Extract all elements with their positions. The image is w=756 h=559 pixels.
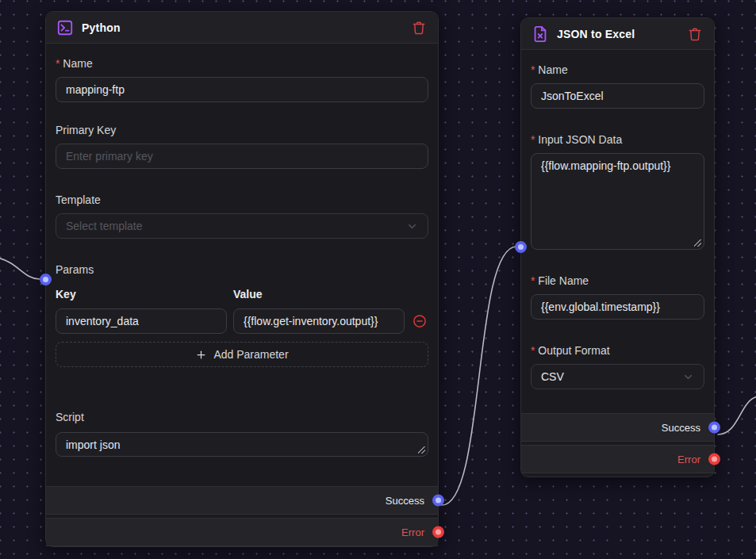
success-output-label: Success xyxy=(662,422,700,434)
trash-icon xyxy=(688,27,702,41)
python-input-handle[interactable] xyxy=(40,274,52,285)
params-value-header: Value xyxy=(233,288,405,301)
file-x-icon xyxy=(532,25,549,43)
name-input[interactable] xyxy=(56,77,428,102)
success-output-label: Success xyxy=(386,495,424,507)
name-field-label: Name xyxy=(56,56,428,71)
chevron-down-icon xyxy=(682,371,694,383)
minus-circle-icon xyxy=(413,314,427,328)
name-field-label: Name xyxy=(531,63,704,77)
name-input[interactable] xyxy=(531,83,704,109)
workflow-canvas[interactable]: Python Name Primary Key Template xyxy=(0,0,756,559)
trash-icon xyxy=(412,21,426,35)
plus-icon xyxy=(195,349,207,361)
error-output-label: Error xyxy=(401,526,424,538)
node-python-header[interactable]: Python xyxy=(46,12,438,44)
node-title: JSON to Excel xyxy=(557,28,678,40)
jsontoexcel-success-output-row: Success xyxy=(521,413,714,442)
jsontoexcel-error-output-row: Error xyxy=(521,445,714,473)
delete-node-button[interactable] xyxy=(686,25,704,43)
params-key-header: Key xyxy=(56,288,227,301)
script-textarea[interactable]: import json xyxy=(56,432,428,457)
script-field-label: Script xyxy=(56,410,428,424)
python-success-output-row: Success xyxy=(46,486,438,515)
edge-python-success-to-jsontoexcel[interactable] xyxy=(442,247,516,505)
terminal-icon xyxy=(56,19,74,36)
template-select-value: Select template xyxy=(66,220,143,232)
node-python[interactable]: Python Name Primary Key Template xyxy=(45,11,439,547)
python-error-handle[interactable] xyxy=(432,526,444,538)
param-value-input[interactable] xyxy=(233,308,405,334)
output-format-select[interactable]: CSV xyxy=(531,364,704,389)
jsontoexcel-input-handle[interactable] xyxy=(515,241,527,253)
param-key-input[interactable] xyxy=(56,308,227,334)
input-json-field-label: Input JSON Data xyxy=(531,132,704,147)
node-json-to-excel-header[interactable]: JSON to Excel xyxy=(521,18,714,50)
remove-parameter-button[interactable] xyxy=(413,314,427,328)
chevron-down-icon xyxy=(406,220,418,232)
template-select[interactable]: Select template xyxy=(56,213,428,239)
input-json-textarea[interactable]: {{flow.mapping-ftp.output}} xyxy=(531,153,704,250)
jsontoexcel-error-handle[interactable] xyxy=(708,454,720,465)
params-section: Params Key Value xyxy=(56,262,428,367)
jsontoexcel-success-handle[interactable] xyxy=(708,422,720,434)
error-output-label: Error xyxy=(677,454,700,465)
add-parameter-button[interactable]: Add Parameter xyxy=(56,342,428,367)
output-format-field-label: Output Format xyxy=(531,343,704,358)
node-title: Python xyxy=(82,21,402,34)
edge-jsontoexcel-success-outgoing[interactable] xyxy=(718,396,756,435)
python-error-output-row: Error xyxy=(46,518,438,546)
file-name-input[interactable] xyxy=(531,294,704,320)
edge-incoming-to-python[interactable] xyxy=(0,258,40,279)
node-json-to-excel[interactable]: JSON to Excel Name Input JSON Data {{flo… xyxy=(520,17,715,477)
delete-node-button[interactable] xyxy=(410,19,428,36)
param-row xyxy=(56,308,428,334)
primary-key-input[interactable] xyxy=(56,144,428,169)
add-parameter-label: Add Parameter xyxy=(213,348,288,361)
output-format-select-value: CSV xyxy=(541,370,564,383)
primary-key-field-label: Primary Key xyxy=(56,123,428,137)
template-field-label: Template xyxy=(56,193,428,207)
params-label: Params xyxy=(56,262,428,277)
file-name-field-label: File Name xyxy=(531,274,704,288)
python-success-handle[interactable] xyxy=(432,495,444,507)
